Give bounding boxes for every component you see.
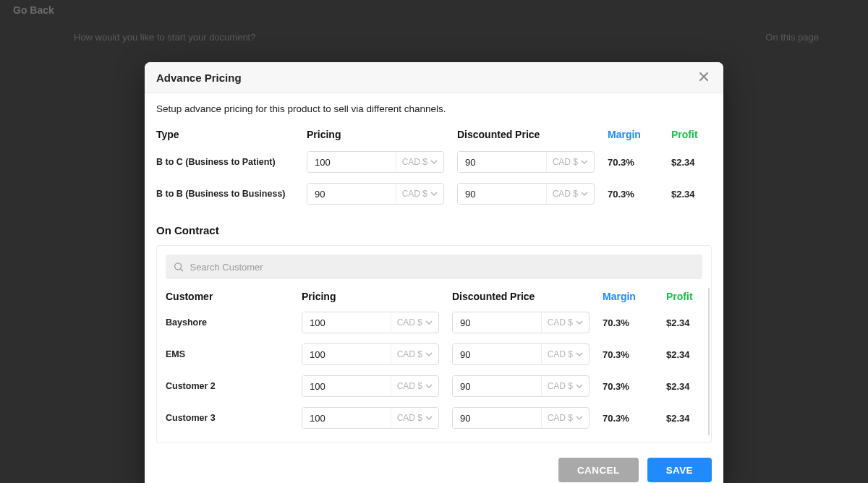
col-type: Type — [156, 129, 294, 146]
margin-value: 70.3% — [603, 312, 653, 333]
currency-select[interactable]: CAD $ — [396, 184, 443, 204]
search-icon — [173, 261, 184, 273]
discounted-field[interactable] — [453, 408, 541, 428]
svg-line-1 — [181, 269, 183, 271]
chevron-down-icon — [576, 351, 583, 358]
type-label: B to B (Business to Business) — [156, 184, 294, 204]
contract-panel: Customer Pricing Discounted Price Margin… — [156, 245, 712, 443]
col-pricing: Pricing — [302, 291, 439, 307]
modal-subtitle: Setup advance pricing for this product t… — [156, 103, 712, 114]
discounted-input[interactable]: CAD $ — [452, 407, 590, 429]
currency-select[interactable]: CAD $ — [541, 376, 589, 396]
discounted-field[interactable] — [453, 312, 541, 333]
currency-label: CAD $ — [548, 349, 573, 359]
discounted-input-b2c[interactable]: CAD $ — [457, 151, 595, 173]
discounted-input[interactable]: CAD $ — [452, 343, 590, 365]
modal-footer: CANCEL SAVE — [145, 449, 723, 483]
profit-value: $2.34 — [671, 152, 722, 173]
currency-select[interactable]: CAD $ — [546, 152, 594, 172]
modal-header: Advance Pricing — [145, 62, 723, 93]
doc-prompt-ghost: How would you like to start your documen… — [74, 32, 255, 43]
discounted-input[interactable]: CAD $ — [452, 312, 590, 333]
currency-select[interactable]: CAD $ — [546, 184, 594, 204]
currency-select[interactable]: CAD $ — [541, 408, 589, 428]
pricing-field[interactable] — [302, 344, 391, 364]
pricing-field[interactable] — [307, 184, 396, 204]
scrollbar[interactable] — [708, 288, 710, 435]
chevron-down-icon — [576, 414, 583, 422]
pricing-input-b2b[interactable]: CAD $ — [307, 183, 444, 205]
col-pricing: Pricing — [307, 129, 444, 146]
discounted-field[interactable] — [453, 376, 541, 396]
advance-pricing-modal: Advance Pricing Setup advance pricing fo… — [145, 62, 723, 483]
currency-select[interactable]: CAD $ — [541, 312, 589, 333]
pricing-input[interactable]: CAD $ — [302, 407, 439, 429]
pricing-field[interactable] — [302, 312, 391, 333]
discounted-input-b2b[interactable]: CAD $ — [457, 183, 595, 205]
currency-label: CAD $ — [402, 157, 427, 167]
currency-label: CAD $ — [548, 381, 573, 391]
currency-label: CAD $ — [397, 381, 422, 391]
col-margin: Margin — [608, 129, 658, 146]
margin-value: 70.3% — [603, 376, 653, 397]
currency-label: CAD $ — [397, 349, 422, 359]
currency-select[interactable]: CAD $ — [391, 376, 438, 396]
currency-select[interactable]: CAD $ — [391, 312, 438, 333]
discounted-field[interactable] — [458, 184, 546, 204]
chevron-down-icon — [425, 414, 433, 422]
modal-title: Advance Pricing — [156, 72, 242, 84]
currency-label: CAD $ — [402, 189, 427, 199]
cancel-button[interactable]: CANCEL — [558, 458, 639, 482]
col-profit: Profit — [671, 129, 722, 146]
modal-body: Setup advance pricing for this product t… — [145, 93, 723, 449]
pricing-input[interactable]: CAD $ — [302, 343, 439, 365]
chevron-down-icon — [581, 158, 588, 166]
margin-value: 70.3% — [608, 184, 658, 205]
margin-value: 70.3% — [608, 152, 658, 173]
customer-search-input[interactable] — [190, 262, 695, 273]
pricing-field[interactable] — [302, 376, 391, 396]
type-label: B to C (Business to Patient) — [156, 152, 294, 172]
col-discounted: Discounted Price — [452, 291, 590, 307]
save-button[interactable]: SAVE — [647, 458, 712, 482]
currency-label: CAD $ — [397, 317, 422, 328]
contract-grid: Customer Pricing Discounted Price Margin… — [166, 291, 702, 434]
chevron-down-icon — [425, 319, 433, 326]
on-this-page-ghost: On this page — [765, 32, 819, 43]
col-discounted: Discounted Price — [457, 129, 595, 146]
channel-pricing-grid: Type Pricing Discounted Price Margin Pro… — [156, 129, 712, 210]
pricing-input[interactable]: CAD $ — [302, 375, 439, 397]
chevron-down-icon — [581, 190, 588, 197]
currency-label: CAD $ — [548, 413, 573, 423]
currency-select[interactable]: CAD $ — [391, 408, 438, 428]
customer-label: Customer 3 — [166, 408, 289, 428]
chevron-down-icon — [425, 351, 433, 358]
discounted-input[interactable]: CAD $ — [452, 375, 590, 397]
pricing-input-b2c[interactable]: CAD $ — [307, 151, 444, 173]
margin-value: 70.3% — [603, 344, 653, 365]
col-customer: Customer — [166, 291, 289, 307]
pricing-field[interactable] — [307, 152, 396, 172]
on-contract-title: On Contract — [156, 224, 712, 236]
currency-select[interactable]: CAD $ — [391, 344, 438, 364]
currency-label: CAD $ — [548, 317, 573, 328]
chevron-down-icon — [425, 382, 433, 390]
chevron-down-icon — [576, 382, 583, 390]
discounted-field[interactable] — [458, 152, 546, 172]
go-back-ghost: Go Back — [13, 4, 54, 16]
customer-label: EMS — [166, 344, 289, 364]
chevron-down-icon — [430, 190, 438, 197]
pricing-field[interactable] — [302, 408, 391, 428]
currency-select[interactable]: CAD $ — [541, 344, 589, 364]
customer-search[interactable] — [166, 255, 702, 279]
col-margin: Margin — [603, 291, 653, 307]
currency-label: CAD $ — [397, 413, 422, 423]
close-icon[interactable] — [696, 69, 712, 85]
currency-select[interactable]: CAD $ — [396, 152, 443, 172]
customer-label: Bayshore — [166, 312, 289, 333]
margin-value: 70.3% — [603, 408, 653, 429]
profit-value: $2.34 — [671, 184, 722, 205]
discounted-field[interactable] — [453, 344, 541, 364]
pricing-input[interactable]: CAD $ — [302, 312, 439, 333]
chevron-down-icon — [576, 319, 583, 326]
